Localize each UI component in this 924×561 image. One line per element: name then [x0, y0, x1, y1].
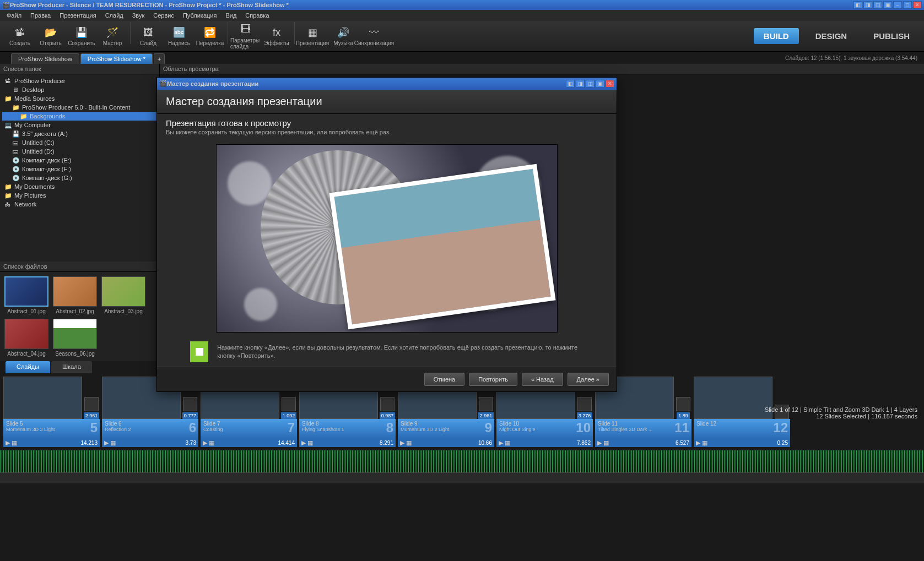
tree-item[interactable]: 💾3.5" дискета (A:): [2, 129, 157, 138]
file-thumbnail[interactable]: Seasons_06.jpg: [53, 319, 97, 357]
tree-item[interactable]: 📁My Documents: [2, 182, 157, 191]
win-btn[interactable]: ◫: [873, 1, 882, 9]
file-thumbnails: Abstract_01.jpgAbstract_02.jpgAbstract_0…: [0, 272, 159, 361]
transition[interactable]: 2.961: [83, 377, 100, 419]
status-line: Слайдов: 12 (1:56.15), 1 звуковая дорожк…: [177, 53, 924, 63]
menu-item[interactable]: Презентация: [56, 11, 99, 20]
toolbar-button[interactable]: 💾Сохранить: [66, 22, 97, 51]
mode-build[interactable]: BUILD: [754, 28, 799, 44]
tab-scale[interactable]: Шкала: [51, 361, 92, 373]
folder-icon: 📁: [4, 192, 12, 199]
audio-waveform[interactable]: [0, 450, 924, 472]
tree-item[interactable]: 📁Media Sources: [2, 94, 157, 103]
toolbar-button[interactable]: 🔤Надпись: [164, 22, 194, 51]
cancel-button[interactable]: Отмена: [424, 373, 464, 386]
file-thumbnail[interactable]: Abstract_03.jpg: [101, 276, 145, 314]
tree-item[interactable]: 💿Компакт-диск (F:): [2, 165, 157, 173]
tree-item[interactable]: 🖴Untitled (C:): [2, 138, 157, 147]
menu-item[interactable]: Слайд: [102, 11, 127, 20]
tree-item[interactable]: 💻My Computer: [2, 121, 157, 129]
document-tab[interactable]: ProShow Slideshow *: [80, 53, 153, 64]
win-btn[interactable]: ▣: [883, 1, 892, 9]
menu-item[interactable]: Вид: [222, 11, 240, 20]
thumbnail-name: Abstract_03.jpg: [101, 308, 145, 314]
play-icon[interactable]: ▶ ▦: [301, 439, 313, 446]
tree-label: My Pictures: [14, 192, 46, 199]
tree-item[interactable]: 💿Компакт-диск (E:): [2, 156, 157, 165]
menu-item[interactable]: Файл: [3, 11, 25, 20]
tree-item[interactable]: 🖴Untitled (D:): [2, 147, 157, 156]
document-tab[interactable]: ProShow Slideshow: [11, 53, 79, 64]
slide-duration: 7.862: [577, 440, 591, 446]
back-button[interactable]: « Назад: [522, 373, 563, 386]
toolbar-button[interactable]: fxЭффекты: [261, 22, 292, 51]
win-btn[interactable]: ◧: [853, 1, 862, 9]
toolbar-button[interactable]: ▦Презентация: [297, 22, 328, 51]
tree-item[interactable]: 📁Backgrounds: [2, 112, 157, 121]
tree-item[interactable]: 💿Компакт-диск (G:): [2, 173, 157, 182]
dialog-header: Мастер создания презентации: [157, 90, 617, 114]
mode-publish[interactable]: PUBLISH: [863, 28, 920, 44]
toolbar-button[interactable]: 🪄Мастер: [97, 22, 128, 51]
tree-item[interactable]: 📁ProShow Producer 5.0 - Built-In Content: [2, 103, 157, 112]
maximize-button[interactable]: □: [903, 1, 912, 9]
slide-thumbnail: [694, 377, 772, 419]
toolbar-button[interactable]: 🖼Слайд: [133, 22, 164, 51]
slide-duration: 14.414: [278, 440, 295, 446]
thumbnail-image: [101, 276, 145, 307]
tab-slides[interactable]: Слайды: [6, 361, 50, 373]
tree-item[interactable]: 🖧Network: [2, 200, 157, 209]
tree-item[interactable]: 📽ProShow Producer: [2, 77, 157, 85]
menu-item[interactable]: Справка: [242, 11, 272, 20]
file-thumbnail[interactable]: Abstract_01.jpg: [4, 276, 48, 314]
dlg-win-btn[interactable]: ◫: [586, 80, 595, 88]
file-thumbnail[interactable]: Abstract_04.jpg: [4, 319, 48, 357]
toolbar-label: Эффекты: [264, 40, 289, 46]
timeline-slide[interactable]: 2.961 Slide 5 Momentum 3D 3 Light 5 ▶ ▦ …: [3, 377, 100, 447]
slide-duration: 6.527: [676, 440, 689, 446]
slide-effect: Coasting: [203, 427, 294, 432]
menu-item[interactable]: Сервис: [150, 11, 177, 20]
play-icon[interactable]: ▶ ▦: [597, 439, 609, 446]
tree-label: 3.5" дискета (A:): [22, 130, 68, 137]
menu-item[interactable]: Правка: [27, 11, 54, 20]
menu-item[interactable]: Публикация: [180, 11, 220, 20]
toolbar-button[interactable]: 🎞Параметры слайда: [230, 22, 261, 51]
transition-icon: [577, 397, 592, 411]
stop-button[interactable]: [190, 341, 208, 362]
retry-button[interactable]: Повторить: [469, 373, 517, 386]
toolbar-button[interactable]: 〰Синхронизация: [359, 22, 390, 51]
dlg-win-btn[interactable]: ▣: [596, 80, 604, 88]
toolbar-button[interactable]: 📽Создать: [4, 22, 35, 51]
tree-item[interactable]: 📁My Pictures: [2, 191, 157, 200]
dialog-icon: 🎬: [159, 80, 167, 87]
play-icon[interactable]: ▶ ▦: [104, 439, 116, 446]
play-icon[interactable]: ▶ ▦: [499, 439, 510, 446]
play-icon[interactable]: ▶ ▦: [696, 439, 707, 446]
folder-icon: 🖴: [12, 139, 20, 146]
play-icon[interactable]: ▶ ▦: [400, 439, 412, 446]
next-button[interactable]: Далее »: [568, 373, 609, 386]
win-btn[interactable]: ◨: [863, 1, 872, 9]
dlg-win-btn[interactable]: ◨: [576, 80, 585, 88]
slide-number: 11: [674, 420, 689, 435]
add-tab-button[interactable]: +: [154, 53, 165, 64]
tree-item[interactable]: 🖥Desktop: [2, 85, 157, 94]
close-button[interactable]: ✕: [913, 1, 922, 9]
folder-icon: 💻: [4, 122, 12, 128]
dlg-win-btn[interactable]: ◧: [566, 80, 575, 88]
play-icon[interactable]: ▶ ▦: [6, 439, 17, 446]
transition[interactable]: 1.89: [675, 377, 691, 419]
toolbar-button[interactable]: 🔁Переделка: [194, 22, 225, 51]
toolbar-button[interactable]: 📂Открыть: [35, 22, 66, 51]
menu-item[interactable]: Звук: [129, 11, 148, 20]
play-icon[interactable]: ▶ ▦: [203, 439, 214, 446]
folder-icon: 🖴: [12, 148, 20, 155]
transition-icon: [183, 397, 197, 411]
minimize-button[interactable]: –: [893, 1, 902, 9]
slide-number: 9: [485, 420, 492, 435]
bottom-bar: [0, 472, 924, 483]
dialog-close-button[interactable]: ✕: [606, 80, 614, 88]
file-thumbnail[interactable]: Abstract_02.jpg: [53, 276, 97, 314]
mode-design[interactable]: DESIGN: [806, 28, 857, 44]
